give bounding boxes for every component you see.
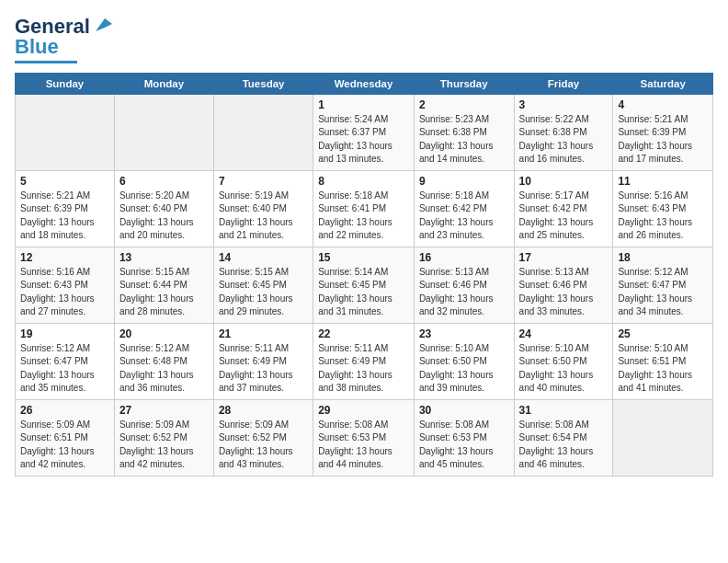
day-number: 30 (419, 404, 509, 417)
day-info: Sunrise: 5:08 AM Sunset: 6:53 PM Dayligh… (419, 419, 509, 472)
day-number: 25 (618, 327, 708, 340)
day-number: 1 (318, 98, 409, 111)
calendar-cell: 30Sunrise: 5:08 AM Sunset: 6:53 PM Dayli… (414, 399, 514, 476)
calendar-cell: 19Sunrise: 5:12 AM Sunset: 6:47 PM Dayli… (16, 323, 115, 399)
day-number: 18 (618, 251, 708, 264)
page-header: General Blue (15, 15, 713, 63)
day-info: Sunrise: 5:17 AM Sunset: 6:42 PM Dayligh… (519, 190, 609, 243)
day-number: 26 (20, 404, 109, 417)
day-info: Sunrise: 5:15 AM Sunset: 6:45 PM Dayligh… (219, 266, 308, 319)
calendar-cell: 21Sunrise: 5:11 AM Sunset: 6:49 PM Dayli… (213, 323, 313, 399)
week-row-3: 12Sunrise: 5:16 AM Sunset: 6:43 PM Dayli… (16, 247, 713, 323)
calendar-cell: 4Sunrise: 5:21 AM Sunset: 6:39 PM Daylig… (613, 94, 713, 170)
week-row-2: 5Sunrise: 5:21 AM Sunset: 6:39 PM Daylig… (16, 170, 713, 247)
weekday-header-thursday: Thursday (414, 73, 514, 94)
calendar-cell (213, 94, 313, 170)
day-info: Sunrise: 5:08 AM Sunset: 6:54 PM Dayligh… (519, 419, 609, 472)
day-number: 2 (419, 98, 509, 111)
calendar-cell: 13Sunrise: 5:15 AM Sunset: 6:44 PM Dayli… (114, 247, 213, 323)
day-number: 15 (318, 251, 409, 264)
weekday-header-sunday: Sunday (16, 73, 115, 94)
day-number: 27 (119, 404, 209, 417)
day-number: 17 (519, 251, 609, 264)
logo-bird-icon (92, 15, 112, 35)
weekday-header-friday: Friday (514, 73, 613, 94)
weekday-header-monday: Monday (114, 73, 213, 94)
calendar-cell: 2Sunrise: 5:23 AM Sunset: 6:38 PM Daylig… (414, 94, 514, 170)
calendar-cell: 10Sunrise: 5:17 AM Sunset: 6:42 PM Dayli… (514, 170, 613, 247)
day-info: Sunrise: 5:16 AM Sunset: 6:43 PM Dayligh… (618, 190, 708, 243)
calendar-cell: 28Sunrise: 5:09 AM Sunset: 6:52 PM Dayli… (213, 399, 313, 476)
day-info: Sunrise: 5:14 AM Sunset: 6:45 PM Dayligh… (318, 266, 409, 319)
weekday-header-tuesday: Tuesday (213, 73, 313, 94)
day-number: 29 (318, 404, 409, 417)
logo: General Blue (15, 15, 112, 63)
svg-marker-0 (96, 18, 112, 31)
day-number: 23 (419, 327, 509, 340)
day-info: Sunrise: 5:12 AM Sunset: 6:47 PM Dayligh… (20, 342, 109, 396)
weekday-header-saturday: Saturday (613, 73, 713, 94)
calendar-cell: 29Sunrise: 5:08 AM Sunset: 6:53 PM Dayli… (313, 399, 415, 476)
calendar-cell: 8Sunrise: 5:18 AM Sunset: 6:41 PM Daylig… (313, 170, 415, 247)
day-number: 20 (119, 327, 209, 340)
day-info: Sunrise: 5:09 AM Sunset: 6:51 PM Dayligh… (20, 419, 109, 472)
day-info: Sunrise: 5:18 AM Sunset: 6:41 PM Dayligh… (318, 190, 409, 243)
day-number: 3 (519, 98, 609, 111)
day-number: 22 (318, 327, 409, 340)
day-info: Sunrise: 5:12 AM Sunset: 6:48 PM Dayligh… (119, 342, 209, 396)
calendar-cell: 25Sunrise: 5:10 AM Sunset: 6:51 PM Dayli… (613, 323, 713, 399)
calendar-cell: 6Sunrise: 5:20 AM Sunset: 6:40 PM Daylig… (114, 170, 213, 247)
day-info: Sunrise: 5:09 AM Sunset: 6:52 PM Dayligh… (219, 419, 308, 472)
day-number: 8 (318, 175, 409, 188)
calendar-cell: 16Sunrise: 5:13 AM Sunset: 6:46 PM Dayli… (414, 247, 514, 323)
day-info: Sunrise: 5:11 AM Sunset: 6:49 PM Dayligh… (318, 342, 409, 396)
calendar-cell: 14Sunrise: 5:15 AM Sunset: 6:45 PM Dayli… (213, 247, 313, 323)
week-row-1: 1Sunrise: 5:24 AM Sunset: 6:37 PM Daylig… (16, 94, 713, 170)
day-number: 6 (119, 175, 209, 188)
calendar-cell: 12Sunrise: 5:16 AM Sunset: 6:43 PM Dayli… (16, 247, 115, 323)
day-info: Sunrise: 5:13 AM Sunset: 6:46 PM Dayligh… (519, 266, 609, 319)
calendar-cell (114, 94, 213, 170)
day-number: 14 (219, 251, 308, 264)
day-info: Sunrise: 5:20 AM Sunset: 6:40 PM Dayligh… (119, 190, 209, 243)
day-number: 11 (618, 175, 708, 188)
calendar-cell: 26Sunrise: 5:09 AM Sunset: 6:51 PM Dayli… (16, 399, 115, 476)
day-number: 16 (419, 251, 509, 264)
calendar-body: 1Sunrise: 5:24 AM Sunset: 6:37 PM Daylig… (16, 94, 713, 476)
calendar-table: SundayMondayTuesdayWednesdayThursdayFrid… (15, 73, 713, 477)
calendar-cell: 17Sunrise: 5:13 AM Sunset: 6:46 PM Dayli… (514, 247, 613, 323)
day-number: 9 (419, 175, 509, 188)
week-row-5: 26Sunrise: 5:09 AM Sunset: 6:51 PM Dayli… (16, 399, 713, 476)
calendar-cell: 9Sunrise: 5:18 AM Sunset: 6:42 PM Daylig… (414, 170, 514, 247)
calendar-cell: 1Sunrise: 5:24 AM Sunset: 6:37 PM Daylig… (313, 94, 415, 170)
day-info: Sunrise: 5:13 AM Sunset: 6:46 PM Dayligh… (419, 266, 509, 319)
calendar-cell (613, 399, 713, 476)
calendar-cell: 15Sunrise: 5:14 AM Sunset: 6:45 PM Dayli… (313, 247, 415, 323)
calendar-cell: 24Sunrise: 5:10 AM Sunset: 6:50 PM Dayli… (514, 323, 613, 399)
weekday-header-row: SundayMondayTuesdayWednesdayThursdayFrid… (16, 73, 713, 94)
day-info: Sunrise: 5:12 AM Sunset: 6:47 PM Dayligh… (618, 266, 708, 319)
day-info: Sunrise: 5:24 AM Sunset: 6:37 PM Dayligh… (318, 113, 409, 167)
day-number: 12 (20, 251, 109, 264)
day-info: Sunrise: 5:22 AM Sunset: 6:38 PM Dayligh… (519, 113, 609, 167)
calendar-cell: 23Sunrise: 5:10 AM Sunset: 6:50 PM Dayli… (414, 323, 514, 399)
day-info: Sunrise: 5:19 AM Sunset: 6:40 PM Dayligh… (219, 190, 308, 243)
day-number: 21 (219, 327, 308, 340)
calendar-cell: 7Sunrise: 5:19 AM Sunset: 6:40 PM Daylig… (213, 170, 313, 247)
day-info: Sunrise: 5:15 AM Sunset: 6:44 PM Dayligh… (119, 266, 209, 319)
day-info: Sunrise: 5:10 AM Sunset: 6:50 PM Dayligh… (519, 342, 609, 396)
day-info: Sunrise: 5:23 AM Sunset: 6:38 PM Dayligh… (419, 113, 509, 167)
day-info: Sunrise: 5:21 AM Sunset: 6:39 PM Dayligh… (618, 113, 708, 167)
day-info: Sunrise: 5:08 AM Sunset: 6:53 PM Dayligh… (318, 419, 409, 472)
calendar-cell: 22Sunrise: 5:11 AM Sunset: 6:49 PM Dayli… (313, 323, 415, 399)
day-number: 4 (618, 98, 708, 111)
day-info: Sunrise: 5:10 AM Sunset: 6:50 PM Dayligh… (419, 342, 509, 396)
day-info: Sunrise: 5:21 AM Sunset: 6:39 PM Dayligh… (20, 190, 109, 243)
calendar-cell: 31Sunrise: 5:08 AM Sunset: 6:54 PM Dayli… (514, 399, 613, 476)
calendar-cell: 20Sunrise: 5:12 AM Sunset: 6:48 PM Dayli… (114, 323, 213, 399)
day-number: 19 (20, 327, 109, 340)
day-number: 7 (219, 175, 308, 188)
calendar-cell: 11Sunrise: 5:16 AM Sunset: 6:43 PM Dayli… (613, 170, 713, 247)
day-info: Sunrise: 5:09 AM Sunset: 6:52 PM Dayligh… (119, 419, 209, 472)
day-info: Sunrise: 5:11 AM Sunset: 6:49 PM Dayligh… (219, 342, 308, 396)
